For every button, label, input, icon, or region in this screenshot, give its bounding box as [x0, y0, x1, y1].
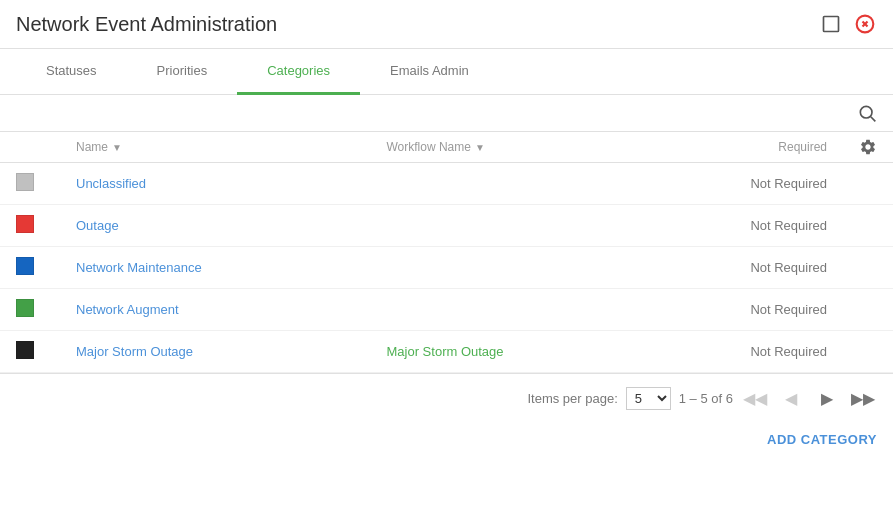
row-workflow-4[interactable]: Major Storm Outage — [387, 344, 698, 359]
row-name-0[interactable]: Unclassified — [76, 176, 387, 191]
color-swatch-2 — [16, 257, 76, 278]
add-category-button[interactable]: ADD CATEGORY — [767, 432, 877, 447]
row-required-2: Not Required — [697, 260, 827, 275]
table-row: Network Augment Not Required — [0, 289, 893, 331]
table-row: Outage Not Required — [0, 205, 893, 247]
tab-categories[interactable]: Categories — [237, 49, 360, 95]
col-name[interactable]: Name ▼ — [76, 138, 387, 156]
row-name-3[interactable]: Network Augment — [76, 302, 387, 317]
svg-point-4 — [860, 106, 872, 118]
page-title: Network Event Administration — [16, 13, 277, 36]
tab-priorities[interactable]: Priorities — [127, 49, 238, 95]
row-required-4: Not Required — [697, 344, 827, 359]
table-row: Major Storm Outage Major Storm Outage No… — [0, 331, 893, 373]
last-page-button[interactable]: ▶▶ — [849, 384, 877, 412]
row-name-1[interactable]: Outage — [76, 218, 387, 233]
col-actions — [827, 138, 877, 156]
col-color — [16, 138, 76, 156]
pagination-controls: Items per page: 5 10 25 1 – 5 of 6 ◀◀ ◀ … — [527, 384, 877, 412]
col-workflow[interactable]: Workflow Name ▼ — [387, 138, 698, 156]
color-swatch-1 — [16, 215, 76, 236]
maximize-button[interactable] — [819, 12, 843, 36]
add-category-row: ADD CATEGORY — [0, 422, 893, 457]
page-info: 1 – 5 of 6 — [679, 391, 733, 406]
table-row: Network Maintenance Not Required — [0, 247, 893, 289]
pagination-footer: Items per page: 5 10 25 1 – 5 of 6 ◀◀ ◀ … — [0, 373, 893, 422]
color-swatch-3 — [16, 299, 76, 320]
prev-page-button[interactable]: ◀ — [777, 384, 805, 412]
tabs-bar: Statuses Priorities Categories Emails Ad… — [0, 49, 893, 95]
header: Network Event Administration — [0, 0, 893, 49]
row-name-4[interactable]: Major Storm Outage — [76, 344, 387, 359]
color-swatch-0 — [16, 173, 76, 194]
svg-rect-0 — [824, 17, 839, 32]
search-button[interactable] — [857, 103, 877, 123]
tab-emails-admin[interactable]: Emails Admin — [360, 49, 499, 95]
row-name-2[interactable]: Network Maintenance — [76, 260, 387, 275]
name-sort-icon: ▼ — [112, 142, 122, 153]
tab-statuses[interactable]: Statuses — [16, 49, 127, 95]
table-row: Unclassified Not Required — [0, 163, 893, 205]
col-required: Required — [697, 138, 827, 156]
color-swatch-4 — [16, 341, 76, 362]
row-required-0: Not Required — [697, 176, 827, 191]
close-button[interactable] — [853, 12, 877, 36]
settings-icon[interactable] — [859, 138, 877, 156]
first-page-button[interactable]: ◀◀ — [741, 384, 769, 412]
table-header: Name ▼ Workflow Name ▼ Required — [0, 132, 893, 163]
header-icons — [819, 12, 877, 36]
items-per-page-label: Items per page: — [527, 391, 617, 406]
items-per-page-select[interactable]: 5 10 25 — [626, 387, 671, 410]
next-page-button[interactable]: ▶ — [813, 384, 841, 412]
workflow-sort-icon: ▼ — [475, 142, 485, 153]
toolbar — [0, 95, 893, 132]
category-table: Name ▼ Workflow Name ▼ Required Unclassi… — [0, 132, 893, 373]
row-required-3: Not Required — [697, 302, 827, 317]
svg-line-5 — [871, 117, 876, 122]
row-required-1: Not Required — [697, 218, 827, 233]
